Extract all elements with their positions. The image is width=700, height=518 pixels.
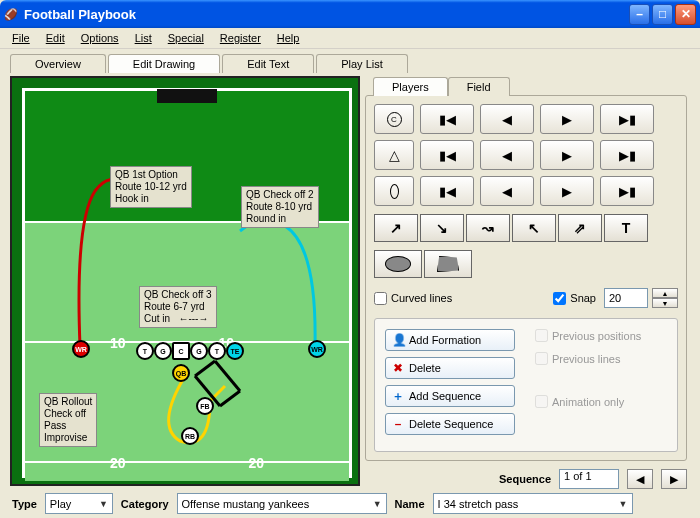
shape-ellipse-button[interactable] (374, 176, 414, 206)
snap-down-button[interactable]: ▼ (652, 298, 678, 308)
annotation-checkoff2[interactable]: QB Check off 2 Route 8-10 yrd Round in (241, 186, 319, 228)
tab-overview[interactable]: Overview (10, 54, 106, 73)
prev-button[interactable]: ◀ (480, 176, 534, 206)
maximize-button[interactable]: □ (652, 4, 673, 25)
player-g-right[interactable]: G (190, 342, 208, 360)
tool-arrow-dashed[interactable]: ↘ (420, 214, 464, 242)
next-button[interactable]: ▶ (540, 176, 594, 206)
sequence-next-button[interactable]: ▶ (661, 469, 687, 489)
yard-line (25, 461, 349, 463)
delete-icon: ✖ (392, 361, 404, 375)
right-panel: Players Field C ▮◀ ◀ ▶ ▶▮ △ ▮◀ ◀ ▶ ▶▮ (365, 76, 687, 489)
tab-edit-drawing[interactable]: Edit Drawing (108, 54, 220, 73)
first-button[interactable]: ▮◀ (420, 104, 474, 134)
tool-arrow-block[interactable]: ↖ (512, 214, 556, 242)
snap-up-button[interactable]: ▲ (652, 288, 678, 298)
minus-icon: － (392, 416, 404, 433)
curved-lines-checkbox[interactable] (374, 292, 387, 305)
delete-sequence-button[interactable]: －Delete Sequence (385, 413, 515, 435)
chevron-down-icon: ▼ (373, 499, 382, 509)
category-select[interactable]: Offense mustang yankees▼ (177, 493, 387, 514)
tool-zone-polygon[interactable] (424, 250, 472, 278)
last-button[interactable]: ▶▮ (600, 176, 654, 206)
add-formation-label: Add Formation (409, 334, 481, 346)
type-value: Play (50, 498, 71, 510)
tab-players[interactable]: Players (373, 77, 448, 96)
prev-button[interactable]: ◀ (480, 104, 534, 134)
snap-label: Snap (570, 292, 596, 304)
tool-arrow-open[interactable]: ⇗ (558, 214, 602, 242)
menu-register[interactable]: Register (212, 30, 269, 46)
menu-help[interactable]: Help (269, 30, 308, 46)
title-bar: 🏈 Football Playbook – □ ✕ (0, 0, 700, 28)
player-wr-left[interactable]: WR (72, 340, 90, 358)
player-fb[interactable]: FB (196, 397, 214, 415)
player-wr-right[interactable]: WR (308, 340, 326, 358)
type-label: Type (12, 498, 37, 510)
name-value: I 34 stretch pass (438, 498, 519, 510)
plus-icon: ＋ (392, 388, 404, 405)
menu-options[interactable]: Options (73, 30, 127, 46)
next-button[interactable]: ▶ (540, 140, 594, 170)
delete-sequence-label: Delete Sequence (409, 418, 493, 430)
player-g-left[interactable]: G (154, 342, 172, 360)
shape-triangle-button[interactable]: △ (374, 140, 414, 170)
person-plus-icon: 👤 (392, 333, 404, 347)
sequence-label: Sequence (499, 473, 551, 485)
type-select[interactable]: Play▼ (45, 493, 113, 514)
player-te[interactable]: TE (226, 342, 244, 360)
sequence-prev-button[interactable]: ◀ (627, 469, 653, 489)
first-button[interactable]: ▮◀ (420, 140, 474, 170)
animation-only-checkbox (535, 395, 548, 408)
menu-edit[interactable]: Edit (38, 30, 73, 46)
menu-bar: File Edit Options List Special Register … (0, 28, 700, 49)
tab-edit-text[interactable]: Edit Text (222, 54, 314, 73)
inner-tabs: Players Field (365, 76, 687, 95)
add-sequence-label: Add Sequence (409, 390, 481, 402)
prev-positions-label: Previous positions (552, 330, 641, 342)
window-title: Football Playbook (24, 7, 629, 22)
snap-checkbox[interactable] (553, 292, 566, 305)
next-button[interactable]: ▶ (540, 104, 594, 134)
player-rb[interactable]: RB (181, 427, 199, 445)
menu-file[interactable]: File (4, 30, 38, 46)
last-button[interactable]: ▶▮ (600, 104, 654, 134)
add-sequence-button[interactable]: ＋Add Sequence (385, 385, 515, 407)
last-button[interactable]: ▶▮ (600, 140, 654, 170)
annotation-rollout[interactable]: QB Rollout Check off Pass Improvise (39, 393, 97, 447)
snap-value-input[interactable] (604, 288, 648, 308)
annotation-qb-option[interactable]: QB 1st Option Route 10-12 yrd Hook in (110, 166, 192, 208)
prev-lines-label: Previous lines (552, 353, 620, 365)
annotation-checkoff3[interactable]: QB Check off 3 Route 6-7 yrd Cut in ←---… (139, 286, 217, 328)
animation-only-label: Animation only (552, 396, 624, 408)
curved-lines-label: Curved lines (391, 292, 452, 304)
goal-post-icon (157, 89, 217, 103)
add-formation-button[interactable]: 👤Add Formation (385, 329, 515, 351)
close-button[interactable]: ✕ (675, 4, 696, 25)
tool-arrow-solid[interactable]: ↗ (374, 214, 418, 242)
sequence-row: Sequence 1 of 1 ◀ ▶ (365, 469, 687, 489)
chevron-down-icon: ▼ (619, 499, 628, 509)
tab-play-list[interactable]: Play List (316, 54, 408, 73)
minimize-button[interactable]: – (629, 4, 650, 25)
menu-special[interactable]: Special (160, 30, 212, 46)
shape-circle-c-button[interactable]: C (374, 104, 414, 134)
player-qb[interactable]: QB (172, 364, 190, 382)
tool-arrow-wavy[interactable]: ↝ (466, 214, 510, 242)
player-t-left[interactable]: T (136, 342, 154, 360)
tab-field[interactable]: Field (448, 77, 510, 96)
player-t-right[interactable]: T (208, 342, 226, 360)
yard-number: 20 (248, 455, 264, 471)
tool-text[interactable]: T (604, 214, 648, 242)
delete-button[interactable]: ✖Delete (385, 357, 515, 379)
playing-field[interactable]: 10 10 20 20 QB 1st Option Route 10-12 yr… (22, 88, 352, 478)
players-panel: C ▮◀ ◀ ▶ ▶▮ △ ▮◀ ◀ ▶ ▶▮ ▮◀ ◀ ▶ (365, 95, 687, 461)
bottom-bar: Type Play▼ Category Offense mustang yank… (0, 493, 700, 514)
tool-zone-oval[interactable] (374, 250, 422, 278)
main-tabs: Overview Edit Drawing Edit Text Play Lis… (0, 49, 700, 72)
prev-button[interactable]: ◀ (480, 140, 534, 170)
player-center[interactable]: C (172, 342, 190, 360)
name-select[interactable]: I 34 stretch pass▼ (433, 493, 633, 514)
menu-list[interactable]: List (127, 30, 160, 46)
first-button[interactable]: ▮◀ (420, 176, 474, 206)
